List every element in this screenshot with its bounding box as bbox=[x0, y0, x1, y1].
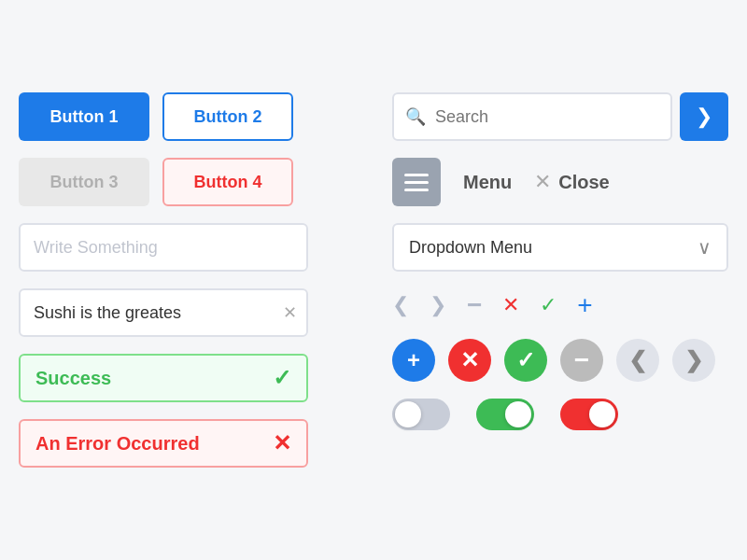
check-button[interactable]: ✓ bbox=[540, 295, 557, 315]
button-4[interactable]: Button 4 bbox=[162, 158, 293, 206]
menu-button[interactable] bbox=[392, 158, 441, 206]
search-icon: 🔍 bbox=[405, 106, 426, 127]
success-row: Success ✓ bbox=[19, 354, 374, 402]
toggle-green-thumb bbox=[505, 401, 531, 427]
toggle-on-green[interactable] bbox=[476, 399, 534, 430]
close-x-icon: ✕ bbox=[534, 170, 551, 194]
error-x-icon: ✕ bbox=[273, 430, 291, 456]
button-row-1: Button 1 Button 2 bbox=[19, 92, 374, 141]
right-column: 🔍 ❯ Menu ✕ Close bbox=[392, 92, 728, 468]
dropdown-label: Dropdown Menu bbox=[409, 238, 532, 258]
close-label: Close bbox=[558, 172, 609, 193]
circle-check-button[interactable]: ✓ bbox=[504, 339, 547, 382]
circle-chevron-left-button[interactable]: ❮ bbox=[616, 339, 659, 382]
write-something-input[interactable] bbox=[19, 223, 308, 272]
success-check-icon: ✓ bbox=[273, 365, 291, 391]
search-submit-button[interactable]: ❯ bbox=[680, 92, 728, 141]
toggle-red-thumb bbox=[589, 401, 615, 427]
success-status: Success ✓ bbox=[19, 354, 308, 402]
arrow-right-icon: ❯ bbox=[696, 105, 712, 129]
error-row: An Error Occurred ✕ bbox=[19, 419, 374, 468]
menu-label: Menu bbox=[463, 172, 512, 193]
app-container: Button 1 Button 2 Button 3 Button 4 ✕ bbox=[0, 0, 747, 560]
toggle-off[interactable] bbox=[392, 399, 450, 430]
toggle-on-red[interactable] bbox=[560, 399, 618, 430]
error-label: An Error Occurred bbox=[35, 433, 200, 455]
search-input-wrap: 🔍 bbox=[392, 92, 672, 141]
filled-input[interactable] bbox=[19, 288, 308, 337]
circle-chevron-right-button[interactable]: ❯ bbox=[672, 339, 715, 382]
button-1[interactable]: Button 1 bbox=[19, 92, 149, 141]
dropdown-menu[interactable]: Dropdown Menu ∨ bbox=[392, 223, 728, 272]
circle-minus-button[interactable]: − bbox=[560, 339, 603, 382]
close-button[interactable]: ✕ Close bbox=[534, 170, 609, 194]
hamburger-line-2 bbox=[404, 181, 429, 184]
button-2[interactable]: Button 2 bbox=[162, 92, 293, 141]
toggles-row bbox=[392, 399, 728, 430]
button-3: Button 3 bbox=[19, 158, 149, 206]
error-status: An Error Occurred ✕ bbox=[19, 419, 308, 468]
input-placeholder-row bbox=[19, 223, 374, 272]
success-label: Success bbox=[35, 368, 111, 389]
button-row-2: Button 3 Button 4 bbox=[19, 158, 374, 206]
menu-close-row: Menu ✕ Close bbox=[392, 158, 728, 206]
plus-button[interactable]: + bbox=[577, 292, 592, 318]
circle-x-button[interactable]: ✕ bbox=[448, 339, 491, 382]
filled-input-wrap: ✕ bbox=[19, 288, 308, 337]
circle-icons-row: + ✕ ✓ − ❮ ❯ bbox=[392, 339, 728, 382]
chevron-right-button[interactable]: ❯ bbox=[430, 295, 446, 315]
clear-input-button[interactable]: ✕ bbox=[283, 304, 297, 321]
search-row: 🔍 ❯ bbox=[392, 92, 728, 141]
icon-buttons-row: ❮ ❯ − ✕ ✓ + bbox=[392, 288, 728, 322]
hamburger-line-1 bbox=[404, 174, 429, 176]
toggle-off-thumb bbox=[395, 401, 421, 427]
left-column: Button 1 Button 2 Button 3 Button 4 ✕ bbox=[19, 92, 374, 468]
chevron-down-icon: ∨ bbox=[698, 236, 712, 259]
circle-plus-button[interactable]: + bbox=[392, 339, 435, 382]
chevron-left-button[interactable]: ❮ bbox=[392, 295, 409, 315]
main-grid: Button 1 Button 2 Button 3 Button 4 ✕ bbox=[0, 64, 747, 496]
x-button[interactable]: ✕ bbox=[502, 295, 519, 315]
minus-button[interactable]: − bbox=[467, 292, 482, 318]
input-filled-row: ✕ bbox=[19, 288, 374, 337]
search-input[interactable] bbox=[392, 92, 672, 141]
hamburger-line-3 bbox=[404, 189, 429, 191]
